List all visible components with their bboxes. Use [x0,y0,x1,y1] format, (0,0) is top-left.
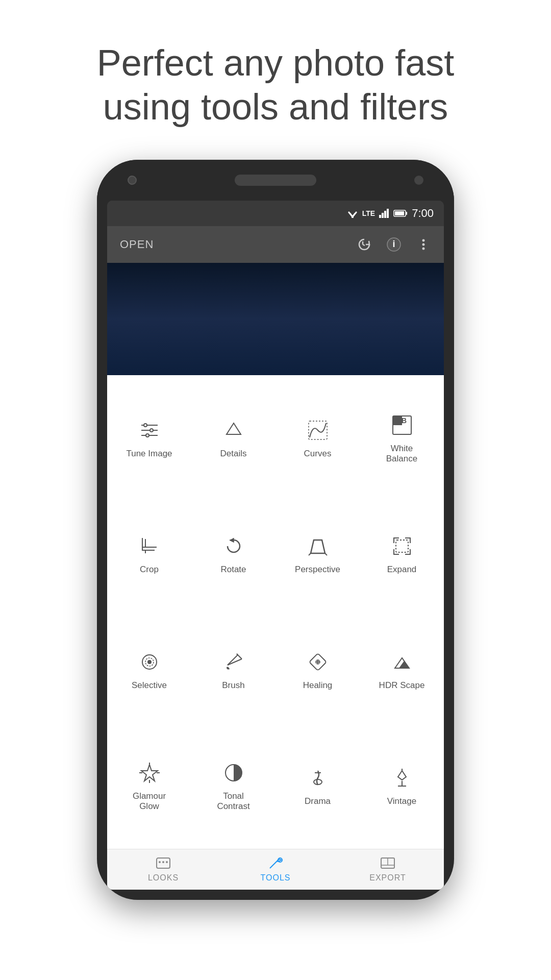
healing-label: Healing [303,680,333,691]
healing-icon [305,649,331,675]
svg-marker-31 [311,540,325,553]
svg-point-36 [148,660,151,664]
svg-line-32 [309,553,311,555]
tool-tonal-contrast[interactable]: Tonal Contrast [191,728,276,844]
status-icons: LTE 7:00 [347,207,434,220]
looks-nav-icon [156,856,171,870]
tool-vintage[interactable]: Vintage [360,728,444,844]
svg-rect-4 [382,213,384,218]
nav-export[interactable]: EXPORT [332,856,444,883]
phone-sensor [414,176,423,185]
svg-line-11 [363,244,365,246]
tool-expand[interactable]: Expand [360,496,444,612]
tool-tune-image[interactable]: Tune Image [107,380,191,496]
nav-tools[interactable]: TOOLS [219,856,332,883]
tool-brush[interactable]: Brush [191,612,276,728]
wifi-icon [347,209,358,218]
more-icon[interactable] [416,237,431,252]
details-label: Details [220,449,247,459]
nav-looks[interactable]: LOOKS [107,856,219,883]
drama-icon [305,765,331,791]
svg-marker-48 [141,765,158,781]
tool-healing[interactable]: Healing [276,612,360,728]
svg-point-15 [422,243,425,246]
curves-icon [305,417,331,444]
svg-marker-23 [227,423,241,434]
vintage-icon [389,765,415,791]
headline-line1: Perfect any photo fast [97,42,454,83]
export-nav-label: EXPORT [369,873,406,883]
perspective-label: Perspective [295,565,340,575]
tools-nav-icon [268,856,283,870]
tool-drama[interactable]: Drama [276,728,360,844]
svg-marker-47 [399,661,409,668]
headline-line2: using tools and filters [103,86,448,127]
svg-rect-34 [396,540,408,552]
tool-rotate[interactable]: Rotate [191,496,276,612]
tools-panel: Tune Image Details [107,375,444,890]
phone-top-bezel [97,160,454,201]
svg-rect-6 [387,209,389,218]
tool-perspective[interactable]: Perspective [276,496,360,612]
svg-point-16 [422,247,425,250]
svg-rect-3 [379,215,381,218]
tool-white-balance[interactable]: B W White Balance [360,380,444,496]
svg-rect-5 [384,211,386,218]
toolbar-icons: i [357,237,431,252]
glamour-glow-label: Glamour Glow [133,791,166,812]
looks-nav-label: LOOKS [148,873,179,883]
svg-text:B: B [401,416,406,425]
expand-label: Expand [387,565,417,575]
curves-label: Curves [304,449,332,459]
svg-point-62 [162,861,164,863]
phone-speaker [235,175,316,186]
status-bar: LTE 7:00 [107,201,444,226]
tools-nav-label: TOOLS [261,873,291,883]
bottom-nav: LOOKS TOOLS EXP [107,849,444,890]
battery-icon [393,209,408,218]
front-camera [128,176,137,185]
svg-rect-8 [395,211,404,215]
tonal-contrast-icon [220,760,247,786]
tool-details[interactable]: Details [191,380,276,496]
tonal-contrast-label: Tonal Contrast [217,791,249,812]
svg-rect-26 [393,416,402,425]
export-nav-icon [380,856,395,870]
open-button[interactable]: OPEN [120,238,154,251]
history-icon[interactable] [357,237,372,252]
tool-hdr-scape[interactable]: HDR Scape [360,612,444,728]
expand-icon [389,533,415,559]
hdr-scape-icon [389,649,415,675]
white-balance-label: White Balance [386,444,417,464]
svg-point-63 [166,861,168,863]
drama-label: Drama [305,796,331,806]
brush-icon [220,649,247,675]
crop-icon [136,533,163,559]
info-icon[interactable]: i [386,237,402,252]
svg-text:i: i [392,239,395,249]
hdr-scape-label: HDR Scape [379,680,425,691]
selective-label: Selective [132,680,167,691]
brush-label: Brush [222,680,244,691]
vintage-label: Vintage [387,796,416,806]
tool-crop[interactable]: Crop [107,496,191,612]
photo-preview [107,263,444,375]
phone-screen: LTE 7:00 OPEN [107,201,444,890]
svg-rect-9 [406,212,407,215]
svg-line-38 [228,655,238,665]
tool-selective[interactable]: Selective [107,612,191,728]
glamour-glow-icon [136,760,163,786]
tune-image-label: Tune Image [126,449,172,459]
tool-glamour-glow[interactable]: Glamour Glow [107,728,191,844]
signal-icon [379,209,389,218]
svg-point-20 [144,424,147,427]
app-toolbar: OPEN i [107,226,444,263]
svg-point-61 [159,861,161,863]
phone-shell: LTE 7:00 OPEN [97,160,454,900]
perspective-icon [305,533,331,559]
headline: Perfect any photo fast using tools and f… [59,41,492,129]
details-icon [220,417,247,444]
svg-line-33 [325,553,327,555]
lte-icon: LTE [362,209,375,217]
tool-curves[interactable]: Curves [276,380,360,496]
